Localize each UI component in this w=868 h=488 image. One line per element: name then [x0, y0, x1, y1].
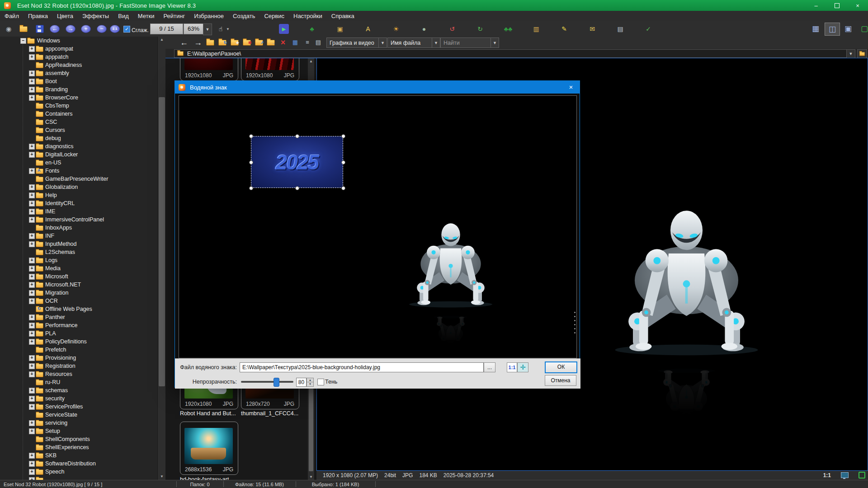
tree-scrollbar[interactable]: ▲ ▼ — [157, 37, 166, 480]
options-icon[interactable]: ✓ — [643, 24, 653, 34]
expand-icon[interactable]: + — [29, 274, 35, 280]
tree-item-partial[interactable]: + — [0, 476, 165, 480]
chevron-down-icon[interactable]: ▼ — [378, 38, 387, 47]
expand-icon[interactable]: + — [29, 233, 35, 239]
delete-icon[interactable]: × — [278, 38, 288, 47]
cancel-button[interactable]: Отмена — [545, 375, 576, 386]
thumbnail-cell[interactable]: 1920x1080JPG — [180, 58, 238, 81]
expand-icon[interactable]: + — [29, 339, 35, 345]
tree-item-Performance[interactable]: +Performance — [0, 321, 165, 329]
menu-item-Вид[interactable]: Вид — [113, 13, 133, 19]
tree-scroll-thumb[interactable] — [159, 97, 165, 386]
selection-handle[interactable] — [295, 134, 299, 138]
expand-icon[interactable]: + — [29, 79, 35, 84]
favorites-folder-icon[interactable]: ★ — [230, 38, 239, 47]
expand-icon[interactable]: + — [29, 323, 35, 328]
tree-item-PolicyDefinitions[interactable]: +PolicyDefinitions — [0, 338, 165, 346]
expand-icon[interactable]: + — [29, 209, 35, 215]
watermark-overlay[interactable]: 2025 — [251, 136, 343, 188]
tree-item-BrowserCore[interactable]: +BrowserCore — [0, 94, 165, 102]
search-combo[interactable]: Найти ▼ — [440, 38, 499, 48]
print-icon[interactable]: ▤ — [615, 24, 625, 34]
tree-item-ImmersiveControlPanel[interactable]: +ImmersiveControlPanel — [0, 216, 165, 224]
expand-icon[interactable]: + — [29, 144, 35, 150]
expand-icon[interactable]: + — [29, 54, 35, 60]
position-button[interactable]: ✛ — [517, 362, 528, 372]
compare-icon[interactable]: ♣♣ — [503, 24, 513, 34]
tree-item-OCR[interactable]: +OCR — [0, 297, 165, 305]
save-icon[interactable] — [35, 24, 45, 34]
tree-item-Media[interactable]: +Media — [0, 264, 165, 272]
opacity-slider[interactable] — [241, 381, 293, 383]
menu-item-Справка[interactable]: Справка — [327, 13, 359, 19]
expand-icon[interactable]: + — [29, 168, 35, 174]
tree-item-ServiceProfiles[interactable]: +ServiceProfiles — [0, 403, 165, 411]
shadow-checkbox[interactable] — [317, 379, 324, 385]
opacity-value[interactable]: 80 — [296, 378, 307, 387]
tree-item-Windows[interactable]: −Windows — [0, 37, 165, 45]
tree-item-en-US[interactable]: en-US — [0, 159, 165, 167]
expand-icon[interactable]: + — [29, 461, 35, 467]
colors-icon[interactable]: ● — [419, 24, 429, 34]
opacity-slider-thumb[interactable] — [274, 378, 279, 387]
expand-icon[interactable]: + — [29, 201, 35, 206]
tree-item-Panther[interactable]: +Panther — [0, 313, 165, 321]
refresh-folder-icon[interactable]: ↻ — [218, 38, 227, 47]
tree-item-Provisioning[interactable]: +Provisioning — [0, 354, 165, 362]
tree-scroll-up-icon[interactable]: ▲ — [158, 37, 166, 43]
copy-to-icon[interactable]: ▥ — [531, 24, 541, 34]
tree-item-Resources[interactable]: +Resources — [0, 370, 165, 378]
menu-item-Цвета[interactable]: Цвета — [52, 13, 78, 19]
back-icon[interactable]: ← — [179, 38, 189, 47]
chevron-down-icon[interactable]: ▼ — [432, 38, 440, 47]
actual-size-toggle[interactable]: 1:1 — [823, 472, 831, 479]
details-view-icon[interactable]: ▤ — [314, 38, 323, 47]
browse-folder-button[interactable] — [857, 49, 867, 59]
tree-item-Logs[interactable]: +Logs — [0, 256, 165, 264]
tree-item-CbsTemp[interactable]: CbsTemp — [0, 102, 165, 110]
close-button[interactable]: × — [847, 0, 868, 11]
expand-icon[interactable]: + — [29, 388, 35, 394]
thumbnail-view-icon[interactable]: ▦ — [291, 38, 300, 47]
maximize-button[interactable] — [826, 0, 847, 11]
zoom-out-icon[interactable]: − — [97, 24, 107, 34]
expand-icon[interactable]: + — [29, 404, 35, 410]
tree-item-PLA[interactable]: +PLA — [0, 329, 165, 338]
zoom-dropdown-icon[interactable]: ▼ — [203, 23, 212, 35]
fullscreen-icon[interactable] — [859, 472, 865, 479]
tree-item-servicing[interactable]: +servicing — [0, 419, 165, 427]
tree-item-ShellExperiences[interactable]: ShellExperiences — [0, 443, 165, 451]
collapse-icon[interactable]: − — [20, 38, 26, 44]
expand-icon[interactable]: + — [29, 217, 35, 223]
menu-item-Настройки[interactable]: Настройки — [289, 13, 327, 19]
tree-item-AppReadiness[interactable]: AppReadiness — [0, 61, 165, 69]
expand-icon[interactable]: + — [29, 290, 35, 296]
expand-icon[interactable]: + — [29, 258, 35, 263]
hand-tool-dropdown-icon[interactable]: ▼ — [226, 27, 230, 31]
tree-item-Registration[interactable]: +Registration — [0, 362, 165, 370]
expand-icon[interactable]: + — [29, 428, 35, 434]
menu-item-Создать[interactable]: Создать — [228, 13, 259, 19]
sort-combo[interactable]: Имя файла ▼ — [387, 38, 440, 48]
previous-image-icon[interactable]: ← — [50, 24, 60, 34]
expand-icon[interactable]: + — [29, 70, 35, 76]
expand-icon[interactable]: + — [29, 152, 35, 158]
smoothing-checkbox[interactable]: ✓ — [123, 26, 130, 33]
tree-item-Offline Web Pages[interactable]: ↻Offline Web Pages — [0, 305, 165, 313]
rename-icon[interactable]: A — [363, 24, 373, 34]
layout-browser-button[interactable]: ◫ — [825, 23, 840, 36]
tree-item-IME[interactable]: +IME — [0, 207, 165, 216]
selection-handle[interactable] — [249, 160, 253, 164]
tree-item-apppatch[interactable]: +apppatch — [0, 53, 165, 61]
selection-handle[interactable] — [341, 160, 345, 164]
open-file-icon[interactable]: → — [19, 24, 28, 34]
thumbnail-cell[interactable]: 1920x1080JPG — [241, 58, 299, 81]
file-filter-combo[interactable]: Графика и видео ▼ — [326, 38, 387, 48]
expand-icon[interactable]: + — [29, 282, 35, 288]
tag-folder-icon[interactable]: ✱ — [242, 38, 251, 47]
expand-icon[interactable]: + — [29, 298, 35, 304]
chevron-down-icon[interactable]: ▼ — [491, 38, 499, 47]
expand-icon[interactable]: + — [29, 184, 35, 190]
tree-item-Setup[interactable]: +Setup — [0, 427, 165, 435]
tree-item-SKB[interactable]: +SKB — [0, 451, 165, 460]
